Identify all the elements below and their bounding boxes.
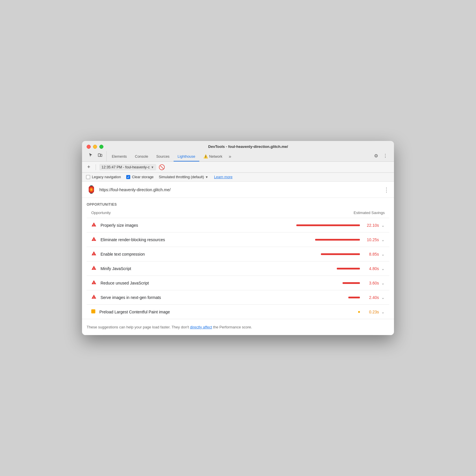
devtools-tabs: Elements Console Sources Lighthouse ⚠️ N…: [87, 151, 389, 161]
session-selector[interactable]: 12:35:47 PM - foul-heavenly-c ▼: [99, 164, 157, 170]
svg-rect-0: [98, 154, 100, 157]
section-header: OPPORTUNITIES: [87, 198, 389, 209]
tab-lighthouse[interactable]: Lighthouse: [174, 152, 199, 161]
legacy-nav-checkbox[interactable]: [86, 175, 90, 179]
opportunity-label: Minify JavaScript: [101, 266, 337, 271]
table-header: Opportunity Estimated Savings: [87, 209, 389, 218]
savings-bar-container: [296, 224, 360, 226]
opportunity-row[interactable]: ! Serve images in next-gen formats 2.40s…: [87, 290, 389, 304]
expand-icon[interactable]: ⌄: [381, 295, 385, 300]
tab-network[interactable]: ⚠️ Network: [199, 152, 226, 161]
throttling-selector[interactable]: Simulated throttling (default) ▼: [159, 175, 208, 179]
savings-bar: [315, 239, 360, 241]
settings-icon[interactable]: ⚙: [372, 152, 380, 160]
warning-triangle-icon: !: [91, 294, 96, 300]
footer-text-after: the Performance score.: [212, 325, 252, 329]
opportunity-row[interactable]: ! Minify JavaScript 4.80s ⌄: [87, 261, 389, 276]
traffic-lights: [87, 145, 103, 149]
more-options-icon[interactable]: ⋮: [381, 152, 389, 160]
warning-triangle-icon: !: [91, 222, 96, 228]
tab-sources[interactable]: Sources: [152, 152, 174, 161]
savings-value: 2.40s: [364, 295, 379, 300]
maximize-button[interactable]: [99, 145, 103, 149]
legacy-nav-checkbox-label[interactable]: Legacy navigation: [86, 175, 121, 179]
directly-affect-link[interactable]: directly affect: [190, 325, 212, 329]
savings-bar-container: [321, 253, 360, 255]
window-title: DevTools - foul-heavenly-direction.glitc…: [107, 144, 389, 149]
savings-bar-container: [337, 268, 360, 269]
savings-bar: [321, 253, 360, 255]
minimize-button[interactable]: [93, 145, 97, 149]
svg-rect-1: [101, 154, 102, 157]
network-warning-icon: ⚠️: [203, 154, 208, 159]
expand-icon[interactable]: ⌄: [381, 310, 385, 314]
warning-square-icon: [91, 309, 95, 315]
savings-bar: [337, 268, 360, 269]
expand-icon[interactable]: ⌄: [381, 266, 385, 271]
title-bar: DevTools - foul-heavenly-direction.glitc…: [82, 141, 394, 162]
opportunity-row[interactable]: ! Enable text compression 8.85s ⌄: [87, 247, 389, 261]
clear-storage-label: Clear storage: [132, 175, 154, 179]
expand-icon[interactable]: ⌄: [381, 252, 385, 256]
opportunity-row[interactable]: ! Properly size images 22.10s ⌄: [87, 218, 389, 232]
toolbar-divider: [96, 164, 96, 170]
opportunity-row[interactable]: Preload Largest Contentful Paint image 0…: [87, 304, 389, 319]
svg-text:!: !: [94, 296, 94, 299]
clear-storage-checkbox[interactable]: [126, 175, 130, 179]
legacy-nav-label: Legacy navigation: [92, 175, 121, 179]
savings-bar: [348, 297, 360, 298]
opportunity-label: Reduce unused JavaScript: [101, 281, 343, 285]
opportunity-label: Eliminate render-blocking resources: [101, 237, 315, 242]
savings-bar-container: [348, 297, 360, 298]
options-row: Legacy navigation Clear storage Simulate…: [82, 173, 394, 182]
col-savings: Estimated Savings: [354, 211, 385, 215]
svg-text:!: !: [94, 253, 94, 256]
toolbar-row: + 12:35:47 PM - foul-heavenly-c ▼ 🚫: [82, 162, 394, 173]
device-toggle-icon[interactable]: [96, 151, 104, 159]
svg-text:!: !: [94, 267, 94, 270]
savings-value: 10.25s: [364, 237, 379, 242]
close-button[interactable]: [87, 145, 91, 149]
savings-bar: [358, 311, 360, 313]
svg-text:!: !: [94, 224, 94, 227]
learn-more-link[interactable]: Learn more: [214, 175, 233, 179]
tab-console[interactable]: Console: [131, 152, 152, 161]
savings-value: 0.23s: [364, 310, 379, 314]
opportunity-row[interactable]: ! Reduce unused JavaScript 3.60s ⌄: [87, 276, 389, 290]
opportunity-row[interactable]: ! Eliminate render-blocking resources 10…: [87, 232, 389, 247]
title-bar-top: DevTools - foul-heavenly-direction.glitc…: [87, 144, 389, 149]
savings-bar-container: [358, 311, 360, 313]
expand-icon[interactable]: ⌄: [381, 237, 385, 242]
clear-storage-checkbox-label[interactable]: Clear storage: [126, 175, 154, 179]
col-opportunity: Opportunity: [91, 211, 111, 215]
session-chevron-icon: ▼: [151, 166, 154, 169]
warning-triangle-icon: !: [91, 280, 96, 286]
lighthouse-more-icon[interactable]: ⋮: [384, 186, 389, 193]
throttling-label-text: Simulated throttling (default): [159, 175, 204, 179]
main-content: 🏮 https://foul-heavenly-direction.glitch…: [82, 182, 394, 335]
session-url-text: 12:35:47 PM - foul-heavenly-c: [102, 165, 150, 169]
footer-text-before: These suggestions can help your page loa…: [87, 325, 190, 329]
opportunity-label: Preload Largest Contentful Paint image: [99, 310, 358, 314]
opportunity-label: Serve images in next-gen formats: [101, 295, 348, 300]
toolbar-url-area: 12:35:47 PM - foul-heavenly-c ▼ 🚫: [99, 164, 391, 170]
add-tab-button[interactable]: +: [85, 163, 92, 171]
expand-icon[interactable]: ⌄: [381, 223, 385, 228]
throttle-dropdown-icon: ▼: [205, 175, 208, 179]
more-tabs-button[interactable]: »: [226, 152, 234, 161]
opportunity-label: Properly size images: [101, 223, 296, 228]
savings-bar: [343, 282, 360, 284]
lighthouse-url-text: https://foul-heavenly-direction.glitch.m…: [99, 187, 384, 192]
lighthouse-url-bar: 🏮 https://foul-heavenly-direction.glitch…: [82, 182, 394, 198]
cursor-icon[interactable]: [87, 151, 95, 159]
devtools-icons: [87, 151, 107, 161]
expand-icon[interactable]: ⌄: [381, 281, 385, 285]
tab-elements[interactable]: Elements: [108, 152, 131, 161]
warning-triangle-icon: !: [91, 237, 96, 243]
warning-triangle-icon: !: [91, 251, 96, 257]
savings-value: 22.10s: [364, 223, 379, 228]
opportunity-label: Enable text compression: [101, 252, 321, 256]
no-entry-icon: 🚫: [159, 164, 165, 170]
savings-bar-container: [343, 282, 360, 284]
svg-rect-14: [91, 309, 95, 313]
